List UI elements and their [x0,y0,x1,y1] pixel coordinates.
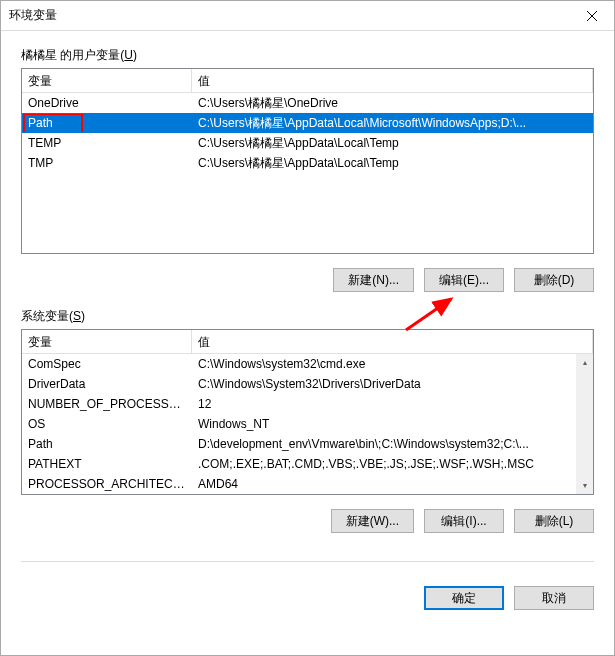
cancel-button[interactable]: 取消 [514,586,594,610]
col-header-value[interactable]: 值 [192,330,593,353]
col-header-value[interactable]: 值 [192,69,593,92]
cell-value: C:\Windows\system32\cmd.exe [192,355,593,373]
cell-value: .COM;.EXE;.BAT;.CMD;.VBS;.VBE;.JS;.JSE;.… [192,455,593,473]
table-row[interactable]: TMPC:\Users\橘橘星\AppData\Local\Temp [22,153,593,173]
cell-value: 12 [192,395,593,413]
system-delete-button[interactable]: 删除(L) [514,509,594,533]
system-new-button[interactable]: 新建(W)... [331,509,414,533]
scroll-down-icon[interactable]: ▾ [576,477,593,494]
table-row[interactable]: OneDriveC:\Users\橘橘星\OneDrive [22,93,593,113]
system-vars-list[interactable]: 变量 值 ComSpecC:\Windows\system32\cmd.exeD… [21,329,594,495]
table-row[interactable]: OSWindows_NT [22,414,593,434]
system-buttons-row: 新建(W)... 编辑(I)... 删除(L) [21,495,594,551]
table-row[interactable]: DriverDataC:\Windows\System32\Drivers\Dr… [22,374,593,394]
col-header-name[interactable]: 变量 [22,330,192,353]
titlebar: 环境变量 [1,1,614,31]
dialog-buttons: 确定 取消 [1,586,614,626]
divider [21,561,594,562]
ok-button[interactable]: 确定 [424,586,504,610]
table-row[interactable]: ComSpecC:\Windows\system32\cmd.exe [22,354,593,374]
cell-name: NUMBER_OF_PROCESSORS [22,395,192,413]
cell-value: AMD64 [192,475,593,493]
list-header: 变量 值 [22,69,593,93]
table-row[interactable]: PATHEXT.COM;.EXE;.BAT;.CMD;.VBS;.VBE;.JS… [22,454,593,474]
cell-name: PATHEXT [22,455,192,473]
user-edit-button[interactable]: 编辑(E)... [424,268,504,292]
cell-name: Path [22,114,192,132]
table-row[interactable]: PathD:\development_env\Vmware\bin\;C:\Wi… [22,434,593,454]
env-vars-dialog: 环境变量 橘橘星 的用户变量(U) 变量 值 OneDriveC:\Users\… [0,0,615,656]
table-row[interactable]: PROCESSOR_ARCHITECT...AMD64 [22,474,593,494]
table-row[interactable]: TEMPC:\Users\橘橘星\AppData\Local\Temp [22,133,593,153]
dialog-content: 橘橘星 的用户变量(U) 变量 值 OneDriveC:\Users\橘橘星\O… [1,31,614,586]
cell-name: Path [22,435,192,453]
cell-name: ComSpec [22,355,192,373]
dialog-title: 环境变量 [9,7,57,24]
close-button[interactable] [569,1,614,31]
cell-name: OS [22,415,192,433]
cell-value: Windows_NT [192,415,593,433]
cell-value: D:\development_env\Vmware\bin\;C:\Window… [192,435,593,453]
cell-name: TMP [22,154,192,172]
table-row[interactable]: PathC:\Users\橘橘星\AppData\Local\Microsoft… [22,113,593,133]
cell-value: C:\Users\橘橘星\AppData\Local\Temp [192,133,593,154]
cell-name: OneDrive [22,94,192,112]
cell-name: PROCESSOR_ARCHITECT... [22,475,192,493]
table-row[interactable]: NUMBER_OF_PROCESSORS12 [22,394,593,414]
user-new-button[interactable]: 新建(N)... [333,268,414,292]
system-edit-button[interactable]: 编辑(I)... [424,509,504,533]
cell-value: C:\Users\橘橘星\OneDrive [192,93,593,114]
cell-value: C:\Windows\System32\Drivers\DriverData [192,375,593,393]
highlight-box [23,114,83,132]
user-vars-label: 橘橘星 的用户变量(U) [21,47,594,64]
list-header: 变量 值 [22,330,593,354]
cell-name: DriverData [22,375,192,393]
scroll-up-icon[interactable]: ▴ [576,354,593,371]
user-delete-button[interactable]: 删除(D) [514,268,594,292]
close-icon [587,11,597,21]
col-header-name[interactable]: 变量 [22,69,192,92]
system-vars-label: 系统变量(S) [21,308,594,325]
cell-name: TEMP [22,134,192,152]
scrollbar[interactable]: ▴ ▾ [576,354,593,494]
user-vars-list[interactable]: 变量 值 OneDriveC:\Users\橘橘星\OneDrivePathC:… [21,68,594,254]
cell-value: C:\Users\橘橘星\AppData\Local\Temp [192,153,593,174]
cell-value: C:\Users\橘橘星\AppData\Local\Microsoft\Win… [192,113,593,134]
user-buttons-row: 新建(N)... 编辑(E)... 删除(D) [21,254,594,308]
